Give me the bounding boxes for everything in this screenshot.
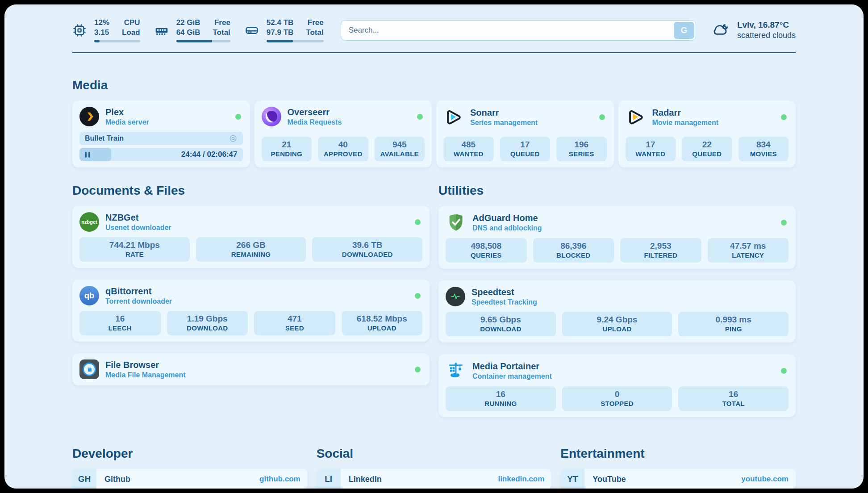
app-card-nzbget[interactable]: nzbget NZBGet Usenet downloader 744.21 M… — [72, 206, 430, 268]
bookmark-linkedin[interactable]: LI LinkedIn linkedin.com — [317, 469, 552, 489]
app-card-speedtest[interactable]: Speedtest Speedtest Tracking 9.65 Gbps D… — [438, 280, 796, 343]
section-utilities: Utilities AdGuard Home DNS and adblockin… — [438, 184, 796, 417]
adguard-icon — [446, 212, 466, 233]
search-bar: G — [341, 20, 696, 41]
stat-ping: 0.993 ms PING — [678, 312, 789, 336]
status-online-dot — [415, 293, 421, 299]
app-card-sonarr[interactable]: Sonarr Series management 485 WANTED 17 Q… — [436, 100, 614, 167]
bookmark-youtube[interactable]: YT YouTube youtube.com — [560, 469, 796, 489]
stat-download: 1.19 Gbps DOWNLOAD — [167, 311, 248, 335]
app-name: AdGuard Home — [472, 213, 542, 223]
bookmark-name: YouTube — [584, 469, 626, 489]
pause-icon — [85, 152, 90, 158]
stat-rate: 744.21 Mbps RATE — [79, 237, 190, 262]
plex-icon — [79, 107, 99, 126]
stat-wanted: 17 WANTED — [626, 137, 676, 161]
section-title-social: Social — [317, 447, 552, 461]
playback-time: 24:44 / 02:06:47 — [181, 150, 238, 159]
weather-condition: scattered clouds — [737, 31, 796, 40]
stat-approved: 40 APPROVED — [318, 137, 368, 161]
bookmark-url[interactable]: github.com — [259, 469, 308, 489]
status-online-dot — [415, 219, 421, 225]
nzbget-icon: nzbget — [79, 212, 99, 232]
ram-values: 22 GiB 64 GiB — [176, 18, 200, 38]
portainer-icon — [446, 360, 466, 381]
section-title-documents: Documents & Files — [72, 184, 430, 198]
filebrowser-icon — [79, 359, 99, 379]
app-description: Speedtest Tracking — [472, 298, 537, 306]
now-playing-title: Bullet Train — [85, 134, 124, 142]
status-online-dot — [235, 114, 241, 120]
bookmark-name: LinkedIn — [341, 469, 382, 489]
qbittorrent-icon: qb — [79, 286, 99, 305]
search-provider-button[interactable]: G — [674, 22, 694, 39]
ram-icon — [154, 18, 171, 42]
disk-labels: Free Total — [306, 18, 323, 38]
bookmark-abbr: LI — [317, 469, 341, 489]
cloud-icon — [711, 21, 731, 39]
section-title-entertainment: Entertainment — [560, 447, 796, 461]
app-name: File Browser — [105, 360, 186, 370]
disk-widget: 52.4 TB 97.9 TB Free Total — [245, 18, 324, 42]
app-name: Speedtest — [472, 287, 537, 297]
stat-downloaded: 39.6 TB DOWNLOADED — [312, 237, 422, 262]
app-card-overseerr[interactable]: Overseerr Media Requests 21 PENDING 40 A… — [255, 100, 432, 167]
stat-latency: 47.57 ms LATENCY — [708, 238, 789, 263]
section-title-media: Media — [72, 78, 796, 92]
app-card-filebrowser[interactable]: File Browser Media File Management — [72, 353, 430, 385]
stat-blocked: 86,396 BLOCKED — [533, 238, 614, 263]
status-online-dot — [417, 114, 423, 120]
stat-queries: 498,508 QUERIES — [446, 238, 527, 263]
disk-values: 52.4 TB 97.9 TB — [267, 18, 293, 38]
stat-running: 16 RUNNING — [446, 386, 556, 411]
app-description: DNS and adblocking — [472, 224, 542, 232]
stat-upload: 618.52 Mbps UPLOAD — [342, 311, 423, 335]
radarr-icon — [626, 107, 646, 127]
playback-progressbar: 24:44 / 02:06:47 — [79, 148, 243, 161]
overseerr-icon — [262, 107, 281, 126]
cpu-progressbar — [94, 40, 140, 42]
section-documents: Documents & Files nzbget NZBGet Usenet d… — [72, 184, 430, 417]
cpu-widget: 12% 3.15 CPU Load — [72, 18, 140, 42]
section-developer: Developer GH Github github.com SO StackO… — [72, 447, 308, 489]
section-media: Media Plex Media server Bullet Train — [72, 78, 796, 167]
disk-icon — [245, 18, 261, 42]
cpu-labels: CPU Load — [122, 18, 140, 38]
stat-queued: 22 QUEUED — [682, 137, 732, 161]
top-bar: 12% 3.15 CPU Load — [72, 18, 796, 42]
status-online-dot — [781, 368, 787, 374]
search-input[interactable] — [342, 26, 674, 35]
stat-leech: 16 LEECH — [79, 311, 161, 335]
disk-progressbar — [267, 40, 324, 42]
app-description: Media server — [105, 118, 149, 126]
ram-labels: Free Total — [213, 18, 230, 38]
stat-seed: 471 SEED — [254, 311, 335, 335]
app-card-qbittorrent[interactable]: qb qBittorrent Torrent downloader 16 LEE… — [72, 280, 430, 342]
cpu-values: 12% 3.15 — [94, 18, 109, 38]
cpu-icon — [72, 18, 88, 42]
stat-download: 9.65 Gbps DOWNLOAD — [446, 312, 556, 336]
app-card-radarr[interactable]: Radarr Movie management 17 WANTED 22 QUE… — [618, 100, 796, 167]
bookmark-url[interactable]: linkedin.com — [498, 469, 551, 489]
app-description: Media Requests — [288, 118, 342, 126]
app-name: Sonarr — [470, 108, 538, 118]
app-card-plex[interactable]: Plex Media server Bullet Train — [72, 100, 250, 167]
stat-pending: 21 PENDING — [262, 137, 312, 161]
weather-widget: Lviv, 16.87°C scattered clouds — [711, 20, 796, 40]
app-description: Torrent downloader — [105, 297, 172, 305]
app-name: Media Portainer — [472, 361, 552, 372]
status-online-dot — [415, 367, 421, 372]
app-name: Overseerr — [288, 107, 342, 117]
bookmark-url[interactable]: youtube.com — [741, 469, 796, 489]
app-description: Series management — [470, 119, 538, 127]
app-card-portainer[interactable]: Media Portainer Container management 16 … — [438, 354, 796, 417]
session-settings-icon[interactable] — [229, 134, 238, 143]
ram-progressbar — [176, 40, 230, 42]
app-card-adguard[interactable]: AdGuard Home DNS and adblocking 498,508 … — [438, 206, 796, 269]
stat-movies: 834 MOVIES — [739, 137, 789, 161]
stat-remaining: 266 GB REMAINING — [196, 237, 306, 262]
status-online-dot — [781, 220, 787, 226]
bookmark-github[interactable]: GH Github github.com — [72, 469, 308, 489]
sonarr-icon — [443, 107, 464, 127]
app-name: qBittorrent — [105, 286, 172, 297]
